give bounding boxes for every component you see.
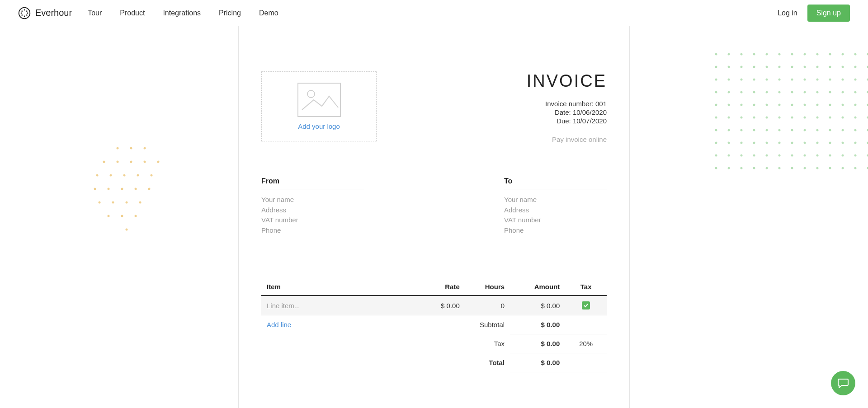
total-label: Total — [465, 353, 510, 372]
decorative-dots-right — [714, 52, 868, 179]
svg-point-5 — [24, 15, 25, 17]
from-block: From Your name Address VAT number Phone — [261, 177, 364, 235]
svg-rect-36 — [714, 52, 868, 179]
line-hours-input[interactable]: 0 — [465, 295, 510, 315]
invoice-meta: INVOICE Invoice number: 001 Date: 10/06/… — [527, 71, 607, 143]
col-rate: Rate — [420, 278, 465, 295]
to-address-field[interactable]: Address — [504, 205, 607, 216]
svg-point-6 — [21, 14, 23, 15]
svg-point-27 — [99, 202, 101, 204]
svg-point-38 — [307, 90, 315, 98]
svg-point-20 — [137, 174, 139, 177]
svg-rect-37 — [298, 83, 340, 117]
svg-point-1 — [24, 9, 25, 10]
col-item: Item — [261, 278, 420, 295]
total-value: $ 0.00 — [510, 353, 565, 372]
col-hours: Hours — [465, 278, 510, 295]
line-tax-cell — [565, 295, 607, 315]
pay-online-link[interactable]: Pay invoice online — [527, 136, 607, 143]
svg-point-33 — [135, 215, 137, 217]
help-chat-button[interactable] — [831, 371, 855, 395]
invoice-sheet: Add your logo INVOICE Invoice number: 00… — [238, 26, 630, 408]
add-and-subtotal-row: Add line Subtotal $ 0.00 — [261, 315, 607, 334]
tax-row: Tax $ 0.00 20% — [261, 334, 607, 353]
line-item-row: Line item... $ 0.00 0 $ 0.00 — [261, 295, 607, 315]
tax-checkbox[interactable] — [582, 301, 590, 310]
svg-point-21 — [151, 174, 153, 177]
invoice-number-label: Invoice number: — [545, 100, 595, 108]
svg-point-10 — [130, 147, 132, 150]
svg-point-22 — [94, 188, 96, 190]
from-phone-field[interactable]: Phone — [261, 225, 364, 236]
svg-point-17 — [96, 174, 99, 177]
subtotal-label: Subtotal — [465, 315, 510, 334]
check-icon — [583, 303, 589, 308]
to-vat-field[interactable]: VAT number — [504, 215, 607, 225]
tax-percent[interactable]: 20% — [565, 334, 607, 353]
svg-point-29 — [126, 202, 128, 204]
nav-product[interactable]: Product — [120, 9, 145, 17]
svg-point-7 — [21, 12, 22, 14]
login-link[interactable]: Log in — [778, 9, 797, 17]
line-items-table: Item Rate Hours Amount Tax Line item... … — [261, 278, 607, 372]
chat-icon — [837, 377, 849, 389]
line-rate-input[interactable]: $ 0.00 — [420, 295, 465, 315]
header-actions: Log in Sign up — [778, 5, 850, 22]
svg-point-26 — [148, 188, 151, 190]
svg-point-3 — [27, 12, 28, 14]
invoice-due-line[interactable]: Due: 10/07/2020 — [527, 117, 607, 125]
to-block: To Your name Address VAT number Phone — [504, 177, 607, 235]
main-header: Everhour Tour Product Integrations Prici… — [0, 0, 868, 26]
svg-point-13 — [117, 161, 119, 163]
svg-point-2 — [26, 10, 28, 12]
svg-point-24 — [121, 188, 123, 190]
nav-tour[interactable]: Tour — [88, 9, 102, 17]
logo-upload-dropzone[interactable]: Add your logo — [261, 71, 377, 141]
total-row: Total $ 0.00 — [261, 353, 607, 372]
add-line-link[interactable]: Add line — [267, 321, 291, 328]
signup-button[interactable]: Sign up — [807, 5, 850, 22]
brand-name: Everhour — [35, 8, 72, 18]
line-item-input[interactable]: Line item... — [261, 295, 420, 315]
svg-point-4 — [26, 14, 28, 15]
svg-point-11 — [144, 147, 146, 150]
from-address-field[interactable]: Address — [261, 205, 364, 216]
subtotal-value: $ 0.00 — [510, 315, 565, 334]
svg-point-9 — [117, 147, 119, 150]
svg-point-31 — [108, 215, 110, 217]
nav-pricing[interactable]: Pricing — [219, 9, 241, 17]
invoice-due-value: 10/07/2020 — [573, 117, 607, 125]
svg-point-30 — [139, 202, 142, 204]
nav-demo[interactable]: Demo — [259, 9, 278, 17]
to-phone-field[interactable]: Phone — [504, 225, 607, 236]
svg-point-32 — [121, 215, 123, 217]
to-name-field[interactable]: Your name — [504, 195, 607, 205]
invoice-number-value: 001 — [595, 100, 607, 108]
invoice-date-value: 10/06/2020 — [573, 108, 607, 116]
decorative-dots-left — [77, 135, 167, 248]
from-vat-field[interactable]: VAT number — [261, 215, 364, 225]
svg-point-0 — [19, 7, 30, 19]
svg-point-12 — [103, 161, 105, 163]
tax-value: $ 0.00 — [510, 334, 565, 353]
invoice-number-line[interactable]: Invoice number: 001 — [527, 100, 607, 108]
nav-integrations[interactable]: Integrations — [163, 9, 201, 17]
line-amount-value: $ 0.00 — [510, 295, 565, 315]
brand-logo[interactable]: Everhour — [18, 7, 72, 19]
invoice-date-label: Date: — [555, 108, 573, 116]
svg-point-28 — [112, 202, 114, 204]
col-amount: Amount — [510, 278, 565, 295]
svg-point-23 — [108, 188, 110, 190]
invoice-title: INVOICE — [527, 71, 607, 91]
svg-point-8 — [21, 10, 23, 12]
invoice-date-line[interactable]: Date: 10/06/2020 — [527, 108, 607, 116]
from-heading: From — [261, 177, 364, 189]
svg-point-15 — [144, 161, 146, 163]
everhour-logo-icon — [18, 7, 31, 19]
svg-point-18 — [110, 174, 112, 177]
invoice-due-label: Due: — [557, 117, 573, 125]
svg-point-34 — [126, 229, 128, 231]
svg-point-14 — [130, 161, 132, 163]
main-nav: Tour Product Integrations Pricing Demo — [88, 9, 278, 17]
from-name-field[interactable]: Your name — [261, 195, 364, 205]
